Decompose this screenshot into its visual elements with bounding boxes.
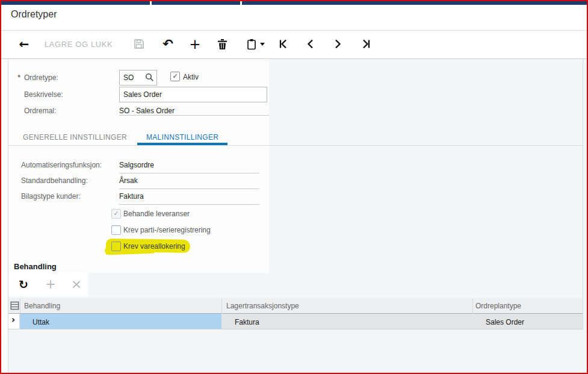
cell-ordreplantype[interactable]: Sales Order (472, 314, 583, 329)
search-icon (145, 73, 154, 82)
grid-section-title: Behandling (14, 262, 57, 271)
previous-record-icon (305, 39, 316, 49)
cell-lagertransaksjonstype[interactable]: Faktura (221, 314, 472, 329)
content-right-edge (583, 59, 583, 330)
tab-malinnstillinger[interactable]: MALINNSTILLINGER (146, 133, 218, 142)
aktiv-checkbox[interactable]: ✓ (170, 72, 180, 81)
krev-vareallokering-checkbox[interactable] (111, 242, 121, 251)
check-icon: ✓ (113, 210, 119, 217)
automatiseringsfunksjon-label: Automatiseringsfunksjon: (21, 161, 102, 169)
undo-icon: ↶ (162, 38, 173, 51)
cell-value: Uttak (32, 318, 49, 326)
ordretyper-window: Ordretyper ← LAGRE OG LUKK ↶ + (0, 0, 588, 374)
grid-delete-row-button[interactable]: × (70, 278, 83, 291)
save-and-close-button[interactable]: LAGRE OG LUKK (45, 37, 113, 51)
beskrivelse-input[interactable] (119, 87, 267, 102)
delete-record-button[interactable] (216, 37, 228, 51)
first-record-icon (278, 39, 289, 49)
clipboard-menu-button[interactable] (246, 37, 266, 51)
field-underline (119, 164, 259, 173)
beskrivelse-label: Beskrivelse: (24, 90, 63, 99)
grid-settings-button[interactable] (10, 301, 20, 311)
next-record-icon (332, 39, 343, 49)
bilagstype-kunder-label: Bilagstype kunder: (21, 192, 81, 201)
ordremal-underline (119, 106, 269, 116)
last-record-icon (361, 39, 371, 49)
next-record-button[interactable] (332, 38, 344, 50)
column-divider (20, 298, 20, 314)
field-underline (119, 179, 259, 189)
krev-vareallokering-label: Krev vareallokering (123, 242, 185, 251)
save-button[interactable] (133, 38, 145, 50)
previous-record-button[interactable] (305, 38, 317, 50)
grid-settings-icon (10, 301, 19, 310)
first-record-button[interactable] (277, 38, 289, 50)
column-header-behandling[interactable]: Behandling (24, 302, 60, 310)
row-pointer-icon: › (11, 316, 15, 325)
cell-value: Faktura (235, 318, 259, 326)
grid-refresh-button[interactable]: ↻ (17, 278, 30, 291)
check-icon: ✓ (172, 72, 178, 80)
plus-icon: + (189, 37, 200, 51)
ordretype-lookup-button[interactable] (145, 73, 155, 83)
last-record-button[interactable] (360, 38, 372, 50)
page-title: Ordretyper (11, 9, 57, 20)
krev-parti-serieregistrering-label: Krev parti-/serieregistrering (123, 226, 211, 234)
tabstrip-divider (8, 145, 583, 146)
add-record-button[interactable]: + (188, 36, 202, 52)
field-underline (119, 195, 259, 205)
column-divider (472, 298, 473, 314)
trash-icon (217, 39, 227, 50)
cell-value: Sales Order (486, 318, 524, 326)
column-divider (221, 298, 222, 314)
save-and-close-label: LAGRE OG LUKK (45, 40, 113, 49)
title-bar (1, 5, 587, 30)
annotation-border-top (0, 0, 588, 1)
tab-generelle-innstillinger[interactable]: GENERELLE INNSTILLINGER (23, 133, 127, 142)
column-header-lagertransaksjonstype[interactable]: Lagertransaksjonstype (226, 302, 299, 310)
undo-button[interactable]: ↶ (160, 36, 176, 52)
left-gutter (1, 59, 8, 373)
annotation-border-left (0, 0, 1, 374)
behandle-leveranser-checkbox[interactable]: ✓ (111, 209, 121, 219)
save-icon (134, 39, 144, 49)
ordretype-label: Ordretype: (24, 73, 58, 82)
back-arrow-icon: ← (19, 38, 29, 50)
aktiv-label: Aktiv (183, 73, 199, 81)
caret-down-icon (260, 43, 265, 46)
row-selector-cell: › (8, 314, 20, 329)
ordremal-label: Ordremal: (24, 107, 56, 115)
column-header-ordreplantype[interactable]: Ordreplantype (475, 302, 521, 310)
refresh-icon: ↻ (19, 279, 28, 290)
cell-behandling[interactable]: Uttak (20, 314, 221, 329)
back-button[interactable]: ← (17, 36, 31, 52)
behandle-leveranser-label: Behandle leveranser (123, 210, 190, 218)
table-row[interactable]: › Uttak Faktura Sales Order (8, 314, 583, 330)
clipboard-icon (247, 39, 256, 50)
close-icon: × (71, 278, 82, 291)
standardbehandling-label: Standardbehandling: (21, 176, 88, 185)
plus-icon: + (45, 278, 56, 291)
required-marker: * (17, 73, 20, 82)
grid-add-row-button[interactable]: + (44, 278, 57, 291)
krev-parti-serieregistrering-checkbox[interactable] (111, 225, 121, 235)
